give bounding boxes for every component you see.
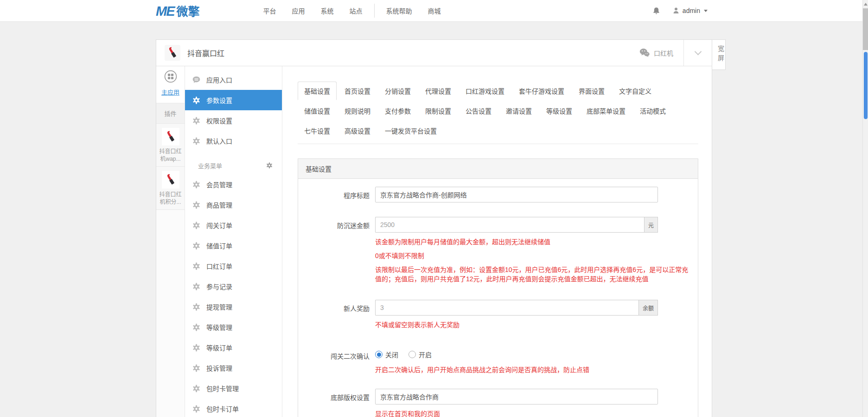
rail-app-list: 抖音口红 机wap... 抖音口红 机积分...	[156, 124, 185, 210]
menu-item-label: 等级管理	[206, 322, 232, 332]
sidebar-entry-list: 应用入口 参数设置 权限设置 默认入口	[185, 70, 282, 151]
field-label: 新人奖励	[309, 303, 370, 316]
sidebar-menu-item[interactable]: 会员管理	[185, 174, 282, 195]
menu-item-label: 会员管理	[206, 180, 232, 189]
navbar-menu-item[interactable]: 应用	[284, 4, 313, 18]
scrollbar-thumb[interactable]	[863, 8, 868, 50]
app-rail: 主应用 插件 抖音口红 机wap... 抖音口红 机积分...	[156, 66, 185, 417]
collapse-header-button[interactable]	[684, 40, 712, 66]
settings-tab[interactable]: 套牛仔游戏设置	[512, 82, 571, 100]
settings-tabs: 基础设置首页设置分销设置代理设置口红游戏设置套牛仔游戏设置界面设置文字自定义 储…	[298, 82, 698, 144]
navbar-menu-item[interactable]: 平台	[255, 4, 284, 18]
navbar-menu-item[interactable]: 站点	[342, 4, 370, 18]
rail-tab-main-app[interactable]: 主应用	[156, 66, 185, 103]
radio-unchecked-icon	[408, 351, 416, 358]
navbar-menu-item[interactable]: 系统	[313, 4, 342, 18]
app-name-line2: 机wap...	[157, 155, 184, 163]
settings-tab[interactable]: 规则说明	[338, 101, 377, 120]
menu-item-label: 闯关订单	[206, 221, 232, 230]
anti-addiction-input[interactable]	[375, 217, 644, 233]
section-title: 业务菜单	[198, 161, 222, 170]
lipstick-app-icon	[162, 171, 179, 189]
navbar-menu-item[interactable]: 系统帮助	[374, 4, 420, 18]
rail-app-tile[interactable]: 抖音口红 机积分...	[156, 167, 185, 210]
settings-tab[interactable]: 支付参数	[378, 101, 417, 120]
program-title-input[interactable]	[375, 187, 658, 202]
gear-icon	[192, 117, 200, 125]
sidebar-menu-item[interactable]: 包时卡管理	[185, 378, 282, 398]
gear-icon	[192, 303, 200, 311]
main-content: 基础设置首页设置分销设置代理设置口红游戏设置套牛仔游戏设置界面设置文字自定义 储…	[282, 66, 712, 417]
settings-tab[interactable]: 界面设置	[572, 82, 611, 100]
sidebar-menu-item[interactable]: 提现管理	[185, 297, 282, 317]
settings-tab[interactable]: 一键发货平台设置	[378, 121, 443, 140]
sidebar-menu-item[interactable]: 权限设置	[185, 110, 282, 131]
rail-app-tile[interactable]: 抖音口红 机wap...	[156, 124, 185, 167]
settings-tab[interactable]: 活动模式	[633, 101, 672, 120]
settings-tab[interactable]: 七牛设置	[298, 121, 337, 140]
sidebar-menu-item[interactable]: 参数设置	[185, 90, 282, 110]
notification-bell-icon[interactable]	[652, 7, 660, 15]
sidebar-menu-item[interactable]: 应用入口	[185, 70, 282, 90]
settings-tab[interactable]: 首页设置	[338, 82, 377, 100]
tab-row-1: 基础设置首页设置分销设置代理设置口红游戏设置套牛仔游戏设置界面设置文字自定义	[298, 82, 698, 101]
radio-option-close[interactable]: 关闭	[375, 350, 398, 359]
weengine-logo[interactable]: ME 微擎	[156, 2, 200, 19]
sidebar-menu-item[interactable]: 投诉管理	[185, 358, 282, 378]
settings-tab[interactable]: 等级设置	[540, 101, 579, 120]
sidebar-menu-item[interactable]: 闯关订单	[185, 215, 282, 235]
app-name-line2: 机积分...	[157, 198, 184, 206]
sidebar-menu-item[interactable]: 口红订单	[185, 256, 282, 276]
radio-option-open[interactable]: 开启	[408, 350, 432, 359]
settings-tab[interactable]: 代理设置	[419, 82, 458, 100]
menu-item-label: 包时卡管理	[206, 384, 239, 393]
menu-item-label: 权限设置	[206, 116, 232, 125]
tab-row-2: 储值设置规则说明支付参数限制设置公告设置邀请设置等级设置底部菜单设置活动模式	[298, 101, 698, 121]
menu-item-label: 参数设置	[206, 95, 232, 105]
field-label: 闯关二次确认	[309, 351, 370, 360]
module-switch-button[interactable]: 口红机	[629, 48, 683, 57]
menu-item-label: 应用入口	[206, 75, 232, 84]
settings-tab[interactable]: 限制设置	[419, 101, 458, 120]
settings-tab[interactable]: 底部菜单设置	[580, 101, 632, 120]
newcomer-reward-input[interactable]	[375, 300, 638, 316]
sidebar-menu: 应用入口 参数设置 权限设置 默认入口 业务菜单	[185, 66, 282, 417]
scrollbar-up-arrow-icon[interactable]	[864, 3, 868, 6]
rail-tab-plugin[interactable]: 插件	[156, 103, 185, 124]
widescreen-toggle[interactable]: 宽屏	[712, 39, 726, 70]
user-dropdown[interactable]: admin	[672, 7, 708, 14]
field-label: 程序标题	[309, 190, 370, 202]
settings-tab[interactable]: 基础设置	[298, 82, 337, 100]
settings-tab[interactable]: 邀请设置	[499, 101, 538, 120]
gear-icon	[192, 242, 200, 250]
help-text: 该金额为限制用户每月储值的最大金额，超出则无法继续储值	[375, 237, 690, 246]
settings-tab[interactable]: 公告设置	[459, 101, 498, 120]
settings-tab[interactable]: 分销设置	[378, 82, 417, 100]
sidebar-menu-item[interactable]: 等级管理	[185, 317, 282, 337]
logo-text: 微擎	[177, 2, 200, 19]
settings-tab[interactable]: 文字自定义	[613, 82, 658, 100]
copyright-input[interactable]	[375, 389, 658, 404]
menu-item-label: 参与记录	[206, 282, 232, 291]
app-name-line1: 抖音口红	[157, 148, 184, 155]
settings-tab[interactable]: 高级设置	[338, 121, 377, 140]
gear-icon	[192, 323, 200, 331]
settings-tab[interactable]: 储值设置	[298, 101, 337, 120]
sidebar-menu-item[interactable]: 商品管理	[185, 195, 282, 215]
sidebar-menu-item[interactable]: 储值订单	[185, 235, 282, 256]
tab-row-3: 七牛设置高级设置一键发货平台设置	[298, 121, 698, 141]
navbar-menu-item[interactable]: 商城	[420, 4, 449, 18]
settings-tab[interactable]: 口红游戏设置	[459, 82, 511, 100]
comment-icon	[192, 76, 200, 84]
gear-icon	[192, 385, 200, 392]
navbar-menu: 平台应用系统站点系统帮助商城	[255, 4, 449, 18]
sidebar-menu-item[interactable]: 默认入口	[185, 131, 282, 151]
section-gear-icon[interactable]	[266, 162, 273, 169]
custom-scrollbar-thumb[interactable]	[864, 52, 868, 119]
sidebar-menu-item[interactable]: 等级订单	[185, 337, 282, 358]
help-text: 该限制以最后一次充值为准，例如：设置金额10元，用户已充值6元，此时用户选择再充…	[375, 265, 690, 284]
gear-icon	[192, 364, 200, 372]
help-text: 不填或留空则表示新人无奖励	[375, 320, 690, 329]
sidebar-menu-item[interactable]: 包时卡订单	[185, 398, 282, 417]
sidebar-menu-item[interactable]: 参与记录	[185, 276, 282, 297]
